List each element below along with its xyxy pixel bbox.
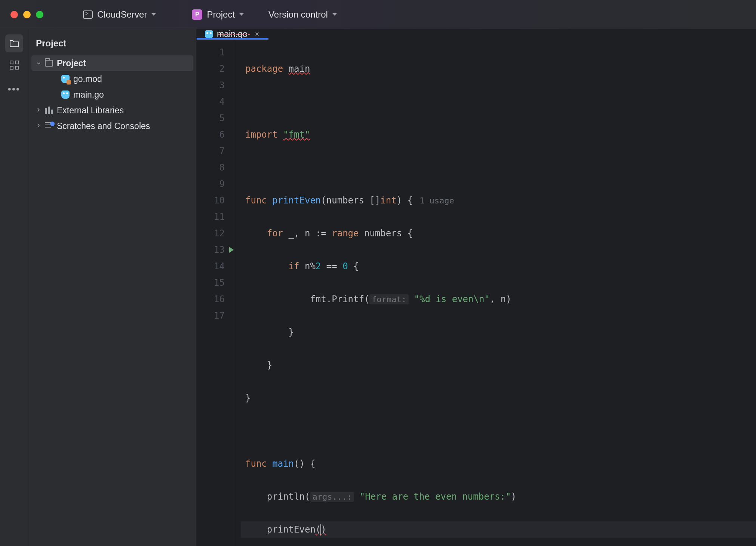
tree-file-maingo[interactable]: main.go: [31, 87, 193, 102]
error-underline-icon: [218, 34, 251, 35]
tree-file-gomod[interactable]: go.mod: [31, 71, 193, 87]
line-number[interactable]: 5: [197, 110, 236, 126]
line-number[interactable]: 1: [197, 44, 236, 61]
chevron-right-icon: [36, 121, 41, 131]
library-icon: [45, 107, 53, 114]
tree-external-libraries[interactable]: External Libraries: [31, 102, 193, 118]
close-tab-button[interactable]: ×: [253, 30, 261, 39]
parameter-hint: args...:: [310, 492, 354, 502]
structure-tool-button[interactable]: [5, 56, 23, 74]
project-tree: Project go.mod main.go External Librarie…: [28, 55, 196, 134]
project-tool-button[interactable]: [5, 34, 23, 52]
editor-area: main.go × 1 2 3 4 5 6 7 8 9 10 11 12 13 …: [197, 29, 756, 546]
chevron-down-icon: [36, 59, 41, 68]
window-controls: [10, 11, 43, 18]
svg-rect-1: [15, 61, 18, 64]
line-number[interactable]: 8: [197, 159, 236, 176]
vcs-dropdown[interactable]: Version control: [265, 7, 341, 22]
line-number[interactable]: 9: [197, 176, 236, 192]
line-number[interactable]: 10: [197, 192, 236, 209]
chevron-down-icon: [151, 13, 156, 16]
tree-scratches-label: Scratches and Consoles: [57, 121, 150, 131]
line-number[interactable]: 6: [197, 126, 236, 143]
chevron-down-icon: [332, 13, 337, 16]
go-file-icon: [61, 91, 70, 99]
go-file-icon: [205, 30, 213, 39]
parameter-hint: format:: [369, 294, 409, 304]
terminal-icon: [83, 10, 93, 19]
code-content[interactable]: package main import "fmt" func printEven…: [236, 40, 756, 546]
line-number[interactable]: 3: [197, 77, 236, 93]
chevron-right-icon: [36, 105, 41, 115]
chevron-down-icon: [239, 13, 244, 16]
tab-main-go[interactable]: main.go ×: [197, 29, 268, 39]
line-number[interactable]: 16: [197, 291, 236, 307]
line-number[interactable]: 14: [197, 258, 236, 274]
line-number[interactable]: 12: [197, 225, 236, 242]
tree-file-label: main.go: [73, 90, 104, 100]
line-number[interactable]: 15: [197, 274, 236, 291]
tree-root-label: Project: [57, 58, 86, 68]
line-number[interactable]: 17: [197, 307, 236, 324]
minimize-window-button[interactable]: [23, 11, 31, 18]
line-number[interactable]: 11: [197, 209, 236, 225]
vcs-label: Version control: [268, 9, 328, 20]
project-dropdown[interactable]: P Project: [188, 7, 248, 22]
line-number[interactable]: 2: [197, 61, 236, 77]
close-window-button[interactable]: [10, 11, 18, 18]
line-number[interactable]: 13: [197, 242, 236, 258]
cloudserver-dropdown[interactable]: CloudServer: [79, 7, 160, 22]
svg-rect-3: [15, 66, 18, 69]
folder-icon: [45, 60, 53, 67]
tree-ext-libs-label: External Libraries: [57, 105, 124, 116]
project-label: Project: [207, 9, 235, 20]
editor-tabs: main.go ×: [197, 29, 756, 40]
scratches-icon: [45, 122, 53, 130]
tree-file-label: go.mod: [73, 74, 102, 84]
line-number[interactable]: 7: [197, 143, 236, 159]
svg-rect-2: [10, 66, 13, 69]
go-mod-icon: [61, 75, 70, 83]
more-tools-button[interactable]: •••: [5, 80, 23, 98]
sidebar-title: Project: [28, 34, 196, 55]
line-number[interactable]: 4: [197, 93, 236, 110]
gutter: 1 2 3 4 5 6 7 8 9 10 11 12 13 14 15 16 1…: [197, 40, 236, 546]
svg-rect-0: [10, 61, 13, 64]
cloudserver-label: CloudServer: [97, 9, 147, 20]
tree-root-project[interactable]: Project: [31, 55, 193, 71]
tool-window-bar: •••: [0, 29, 28, 546]
maximize-window-button[interactable]: [36, 11, 43, 18]
titlebar: CloudServer P Project Version control: [0, 0, 756, 29]
tree-scratches[interactable]: Scratches and Consoles: [31, 118, 193, 134]
project-sidebar: Project Project go.mod main.go: [28, 29, 197, 546]
usage-hint[interactable]: 1 usage: [420, 196, 454, 205]
code-editor[interactable]: 1 2 3 4 5 6 7 8 9 10 11 12 13 14 15 16 1…: [197, 40, 756, 546]
run-gutter-icon[interactable]: [229, 247, 234, 253]
project-badge: P: [192, 9, 202, 20]
